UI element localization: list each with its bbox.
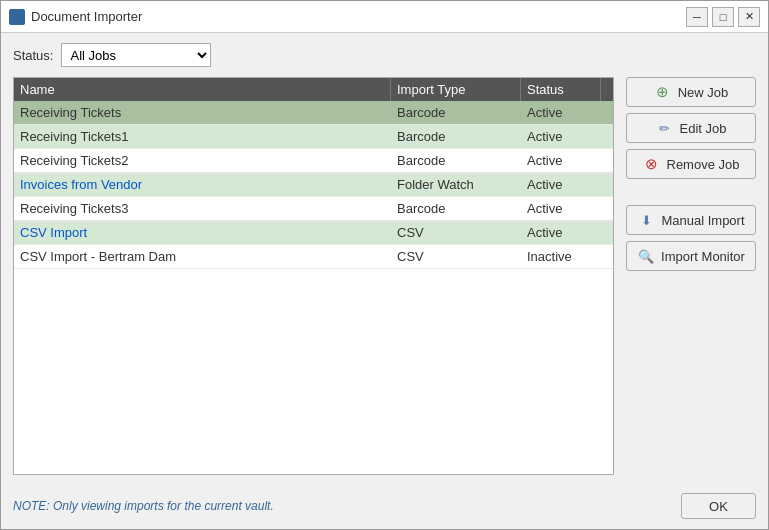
cell-status: Active <box>521 125 601 149</box>
table-row[interactable]: Receiving Tickets1BarcodeActive <box>14 125 613 149</box>
col-status: Status <box>521 78 601 101</box>
footer-note: NOTE: Only viewing imports for the curre… <box>13 499 274 513</box>
cell-extra <box>601 125 613 149</box>
cell-status: Active <box>521 173 601 197</box>
import-monitor-label: Import Monitor <box>661 249 745 264</box>
table-row[interactable]: Receiving Tickets2BarcodeActive <box>14 149 613 173</box>
cell-name: Receiving Tickets <box>14 101 391 125</box>
import-monitor-icon: 🔍 <box>637 247 655 265</box>
new-job-button[interactable]: ⊕ New Job <box>626 77 756 107</box>
cell-import-type: CSV <box>391 221 521 245</box>
ok-button[interactable]: OK <box>681 493 756 519</box>
cell-import-type: Folder Watch <box>391 173 521 197</box>
edit-job-button[interactable]: ✏ Edit Job <box>626 113 756 143</box>
col-extra <box>601 78 614 101</box>
table-row[interactable]: CSV Import - Bertram DamCSVInactive <box>14 245 613 269</box>
cell-name: Receiving Tickets3 <box>14 197 391 221</box>
window-title: Document Importer <box>31 9 142 24</box>
cell-import-type: CSV <box>391 245 521 269</box>
jobs-table: Name Import Type Status Receiving Ticket… <box>13 77 614 475</box>
manual-import-label: Manual Import <box>661 213 744 228</box>
title-bar-controls: ─ □ ✕ <box>686 7 760 27</box>
cell-status: Active <box>521 197 601 221</box>
cell-extra <box>601 173 613 197</box>
remove-job-label: Remove Job <box>667 157 740 172</box>
new-job-label: New Job <box>678 85 729 100</box>
app-icon <box>9 9 25 25</box>
table-header: Name Import Type Status <box>14 78 613 101</box>
remove-job-icon: ⊗ <box>643 155 661 173</box>
import-monitor-button[interactable]: 🔍 Import Monitor <box>626 241 756 271</box>
status-select[interactable]: All Jobs Active Inactive <box>61 43 211 67</box>
buttons-panel: ⊕ New Job ✏ Edit Job ⊗ Remove Job ⬇ Manu… <box>626 77 756 475</box>
cell-name: Receiving Tickets2 <box>14 149 391 173</box>
status-row: Status: All Jobs Active Inactive <box>13 43 756 67</box>
table-row[interactable]: Receiving Tickets3BarcodeActive <box>14 197 613 221</box>
table-row[interactable]: Invoices from VendorFolder WatchActive <box>14 173 613 197</box>
col-name: Name <box>14 78 391 101</box>
button-spacer <box>626 185 756 199</box>
main-window: Document Importer ─ □ ✕ Status: All Jobs… <box>0 0 769 530</box>
cell-extra <box>601 149 613 173</box>
cell-name: CSV Import - Bertram Dam <box>14 245 391 269</box>
cell-status: Inactive <box>521 245 601 269</box>
cell-extra <box>601 245 613 269</box>
status-label: Status: <box>13 48 53 63</box>
cell-import-type: Barcode <box>391 125 521 149</box>
main-area: Name Import Type Status Receiving Ticket… <box>13 77 756 475</box>
maximize-button[interactable]: □ <box>712 7 734 27</box>
table-row[interactable]: CSV ImportCSVActive <box>14 221 613 245</box>
cell-import-type: Barcode <box>391 101 521 125</box>
cell-extra <box>601 221 613 245</box>
content-area: Status: All Jobs Active Inactive Name Im… <box>1 33 768 485</box>
cell-extra <box>601 197 613 221</box>
footer: NOTE: Only viewing imports for the curre… <box>1 485 768 529</box>
cell-status: Active <box>521 149 601 173</box>
remove-job-button[interactable]: ⊗ Remove Job <box>626 149 756 179</box>
manual-import-icon: ⬇ <box>637 211 655 229</box>
cell-name: Receiving Tickets1 <box>14 125 391 149</box>
cell-import-type: Barcode <box>391 149 521 173</box>
col-import-type: Import Type <box>391 78 521 101</box>
manual-import-button[interactable]: ⬇ Manual Import <box>626 205 756 235</box>
cell-extra <box>601 101 613 125</box>
new-job-icon: ⊕ <box>654 83 672 101</box>
table-row[interactable]: Receiving TicketsBarcodeActive <box>14 101 613 125</box>
cell-name: CSV Import <box>14 221 391 245</box>
table-body: Receiving TicketsBarcodeActiveReceiving … <box>14 101 613 474</box>
close-button[interactable]: ✕ <box>738 7 760 27</box>
minimize-button[interactable]: ─ <box>686 7 708 27</box>
title-bar: Document Importer ─ □ ✕ <box>1 1 768 33</box>
cell-name: Invoices from Vendor <box>14 173 391 197</box>
title-bar-left: Document Importer <box>9 9 142 25</box>
cell-import-type: Barcode <box>391 197 521 221</box>
cell-status: Active <box>521 101 601 125</box>
edit-job-label: Edit Job <box>680 121 727 136</box>
cell-status: Active <box>521 221 601 245</box>
edit-job-icon: ✏ <box>656 119 674 137</box>
